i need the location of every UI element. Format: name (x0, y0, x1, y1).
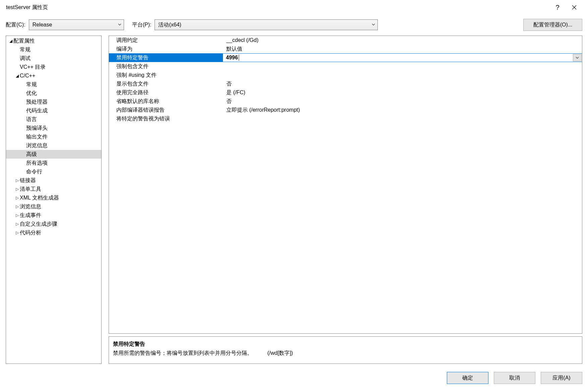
prop-value[interactable]: 否 (223, 79, 582, 88)
prop-label: 将特定的警告视为错误 (109, 114, 223, 123)
apply-button[interactable]: 应用(A) (541, 372, 582, 384)
prop-row-full-paths[interactable]: 使用完全路径 是 (/FC) (109, 88, 582, 97)
tree-item-buildevents[interactable]: ▷生成事件 (6, 211, 101, 220)
tree-item-browseinfo[interactable]: ▷浏览信息 (6, 202, 101, 211)
prop-row-disable-warnings[interactable]: 禁用特定警告 4996 (109, 53, 582, 62)
tree-label: 常规 (20, 46, 31, 53)
prop-label: 强制 #using 文件 (109, 71, 223, 79)
prop-row-force-using[interactable]: 强制 #using 文件 (109, 71, 582, 79)
prop-value[interactable]: __cdecl (/Gd) (223, 36, 582, 45)
tree-item-xmldoc[interactable]: ▷XML 文档生成器 (6, 193, 101, 202)
prop-row-show-includes[interactable]: 显示包含文件 否 (109, 79, 582, 88)
help-button[interactable]: ? (549, 0, 566, 15)
collapse-icon: ▷ (14, 222, 20, 226)
prop-row-error-report[interactable]: 内部编译器错误报告 立即提示 (/errorReport:prompt) (109, 106, 582, 114)
titlebar: testServer 属性页 ? (0, 0, 588, 15)
config-toolbar: 配置(C): Release 平台(P): 活动(x64) 配置管理器(O)..… (6, 19, 582, 31)
tree-item-cpp-codegen[interactable]: 代码生成 (6, 106, 101, 115)
prop-value[interactable] (223, 62, 582, 71)
prop-value[interactable]: 立即提示 (/errorReport:prompt) (223, 106, 582, 114)
category-tree[interactable]: ◢ 配置属性 常规 调试 VC++ 目录 ◢C/C++ 常规 优化 预处理器 代… (6, 36, 102, 364)
tree-label: 自定义生成步骤 (20, 221, 57, 228)
tree-item-cpp-opt[interactable]: 优化 (6, 89, 101, 98)
tree-item-cpp-cmdline[interactable]: 命令行 (6, 167, 101, 176)
prop-row-force-include[interactable]: 强制包含文件 (109, 62, 582, 71)
tree-root-config-props[interactable]: ◢ 配置属性 (6, 37, 101, 45)
tree-item-codeanalysis[interactable]: ▷代码分析 (6, 228, 101, 237)
tree-label: 语言 (26, 116, 37, 123)
tree-item-cpp-browse[interactable]: 浏览信息 (6, 141, 101, 150)
tree-item-custom[interactable]: ▷自定义生成步骤 (6, 220, 101, 228)
prop-value-editing[interactable]: 4996 (223, 53, 582, 62)
cancel-label: 取消 (509, 375, 520, 382)
prop-label: 省略默认的库名称 (109, 97, 223, 106)
prop-row-calling-convention[interactable]: 调用约定 __cdecl (/Gd) (109, 36, 582, 45)
prop-value[interactable]: 默认值 (223, 45, 582, 53)
apply-label: 应用(A) (552, 375, 570, 382)
tree-label: 所有选项 (26, 160, 48, 167)
tree-label: C/C++ (20, 73, 35, 79)
config-manager-label: 配置管理器(O)... (533, 21, 572, 29)
ok-button[interactable]: 确定 (447, 372, 488, 384)
tree-item-cpp[interactable]: ◢C/C++ (6, 71, 101, 80)
config-select[interactable]: Release (29, 19, 124, 30)
prop-grid-blank (109, 123, 582, 333)
prop-value-text: 4996 (226, 55, 238, 61)
tree-label: 预编译头 (26, 125, 48, 132)
tree-item-cpp-preproc[interactable]: 预处理器 (6, 98, 101, 106)
description-pane: 禁用特定警告 禁用所需的警告编号；将编号放置到列表中并用分号分隔。 (/wd[数… (109, 336, 582, 364)
collapse-icon: ▷ (14, 187, 20, 191)
close-button[interactable] (566, 0, 583, 15)
tree-item-cpp-advanced[interactable]: 高级 (6, 150, 101, 159)
description-switch: (/wd[数字]) (267, 348, 293, 357)
tree-label: 预处理器 (26, 99, 48, 106)
prop-value[interactable]: 否 (223, 97, 582, 106)
config-label: 配置(C): (6, 21, 25, 29)
tree-label: 浏览信息 (20, 203, 41, 210)
tree-item-cpp-lang[interactable]: 语言 (6, 115, 101, 124)
tree-label: 代码分析 (20, 229, 41, 236)
tree-label: 优化 (26, 90, 37, 97)
tree-item-linker[interactable]: ▷链接器 (6, 176, 101, 185)
property-grid: 调用约定 __cdecl (/Gd) 编译为 默认值 禁用特定警告 4996 (109, 36, 582, 334)
tree-label: 清单工具 (20, 186, 41, 193)
close-icon (572, 5, 577, 10)
prop-value[interactable]: 是 (/FC) (223, 88, 582, 97)
dialog-button-row: 确定 取消 应用(A) (0, 367, 588, 390)
tree-label: VC++ 目录 (20, 64, 46, 71)
cancel-button[interactable]: 取消 (494, 372, 535, 384)
prop-row-omit-defaultlib[interactable]: 省略默认的库名称 否 (109, 97, 582, 106)
collapse-icon: ▷ (14, 230, 20, 235)
prop-row-warn-as-error[interactable]: 将特定的警告视为错误 (109, 114, 582, 123)
tree-item-manifest[interactable]: ▷清单工具 (6, 185, 101, 193)
platform-select[interactable]: 活动(x64) (155, 19, 378, 30)
dropdown-button[interactable] (573, 54, 582, 61)
prop-label: 使用完全路径 (109, 88, 223, 97)
collapse-icon: ▷ (14, 196, 20, 200)
tree-item-cpp-allopts[interactable]: 所有选项 (6, 159, 101, 167)
prop-label: 编译为 (109, 45, 223, 53)
config-value: Release (33, 22, 52, 28)
collapse-icon: ▷ (14, 178, 20, 183)
chevron-down-icon (371, 22, 375, 28)
tree-label: 链接器 (20, 177, 36, 184)
tree-item-vcdirs[interactable]: VC++ 目录 (6, 63, 101, 71)
ok-label: 确定 (462, 375, 473, 382)
window-title: testServer 属性页 (6, 4, 549, 11)
tree-item-cpp-pch[interactable]: 预编译头 (6, 124, 101, 132)
tree-item-cpp-general[interactable]: 常规 (6, 80, 101, 89)
description-text: 禁用所需的警告编号；将编号放置到列表中并用分号分隔。 (113, 350, 252, 356)
tree-item-general[interactable]: 常规 (6, 45, 101, 54)
tree-label: 输出文件 (26, 133, 48, 141)
tree-label: 生成事件 (20, 212, 41, 219)
prop-value[interactable] (223, 114, 582, 123)
prop-value[interactable] (223, 71, 582, 79)
prop-row-compile-as[interactable]: 编译为 默认值 (109, 45, 582, 53)
tree-label: 浏览信息 (26, 142, 48, 149)
tree-item-cpp-outfiles[interactable]: 输出文件 (6, 132, 101, 141)
description-body: 禁用所需的警告编号；将编号放置到列表中并用分号分隔。 (/wd[数字]) (113, 348, 578, 357)
prop-label: 显示包含文件 (109, 79, 223, 88)
description-title: 禁用特定警告 (113, 339, 578, 348)
config-manager-button[interactable]: 配置管理器(O)... (523, 19, 582, 31)
tree-item-debug[interactable]: 调试 (6, 54, 101, 63)
